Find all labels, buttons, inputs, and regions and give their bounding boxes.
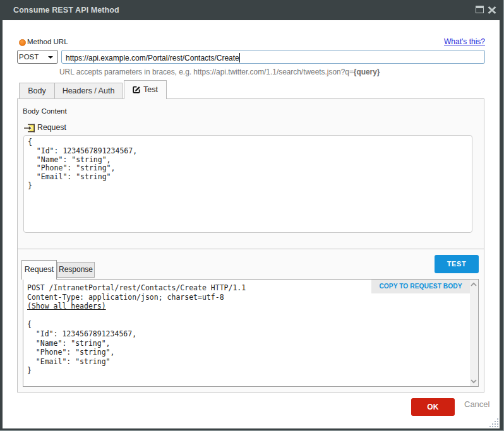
scrollbar[interactable] (470, 280, 478, 386)
tab-body[interactable]: Body (19, 83, 55, 98)
url-text-value: https://api.example.com/Portal/rest/Cont… (66, 54, 239, 62)
ok-button[interactable]: OK (411, 398, 455, 416)
copy-to-request-body-button[interactable]: COPY TO REQUEST BODY (371, 280, 470, 293)
tab-test-label: Test (143, 85, 158, 94)
tab-response[interactable]: Response (57, 262, 95, 278)
request-preview-text: POST /IntranetPortal/rest/Contacts/Creat… (27, 283, 246, 375)
body-content-text: { "Id": 1234567891234567, "Name": "strin… (28, 138, 137, 191)
request-head-text: POST /IntranetPortal/rest/Contacts/Creat… (27, 283, 246, 302)
test-result-panel: Request Response TEST POST /IntranetPort… (17, 249, 484, 393)
method-url-input[interactable]: https://api.example.com/Portal/rest/Cont… (61, 50, 485, 64)
edit-icon (133, 86, 141, 93)
request-param-label: Request (37, 123, 66, 132)
tab-content-panel: Body Content Request { "Id": 12345678912… (17, 98, 484, 249)
show-all-headers-link[interactable]: (Show all headers) (27, 302, 106, 310)
hint-text: URL accepts parameters in braces, e.g. h… (59, 68, 354, 76)
close-icon[interactable] (487, 5, 497, 15)
titlebar[interactable]: Consume REST API Method (0, 0, 503, 20)
request-body-text: { "Id": 1234567891234567, "Name": "strin… (27, 320, 136, 375)
request-preview-panel: POST /IntranetPortal/rest/Contacts/Creat… (23, 279, 479, 387)
input-parameter-icon (23, 124, 35, 133)
method-url-value: https://api.example.com/Portal/rest/Cont… (66, 53, 240, 62)
whats-this-link[interactable]: What's this? (444, 37, 485, 46)
dialog-window: Consume REST API Method Method URL What'… (0, 0, 504, 431)
chevron-down-icon (48, 56, 53, 59)
body-content-input[interactable]: { "Id": 1234567891234567, "Name": "strin… (23, 135, 472, 233)
scroll-up-icon[interactable] (471, 282, 477, 286)
text-caret (239, 53, 240, 62)
url-hint: URL accepts parameters in braces, e.g. h… (59, 68, 380, 76)
http-method-select[interactable]: POST (17, 50, 58, 64)
tab-request[interactable]: Request (21, 260, 57, 280)
rest-method-icon (19, 39, 26, 46)
dialog-title: Consume REST API Method (13, 6, 119, 15)
resize-grip-icon[interactable] (489, 418, 499, 428)
hint-bold-param: {query} (354, 68, 380, 76)
tab-test[interactable]: Test (124, 80, 167, 99)
http-method-value: POST (19, 53, 39, 61)
method-url-label: Method URL (27, 38, 68, 45)
dialog-body: Method URL What's this? POST https://api… (3, 20, 500, 428)
body-content-label: Body Content (23, 107, 67, 115)
tab-headers-auth[interactable]: Headers / Auth (55, 83, 123, 98)
maximize-icon[interactable] (476, 6, 484, 13)
test-button[interactable]: TEST (435, 255, 479, 273)
scroll-down-icon[interactable] (471, 379, 477, 384)
cancel-button[interactable]: Cancel (464, 399, 489, 409)
